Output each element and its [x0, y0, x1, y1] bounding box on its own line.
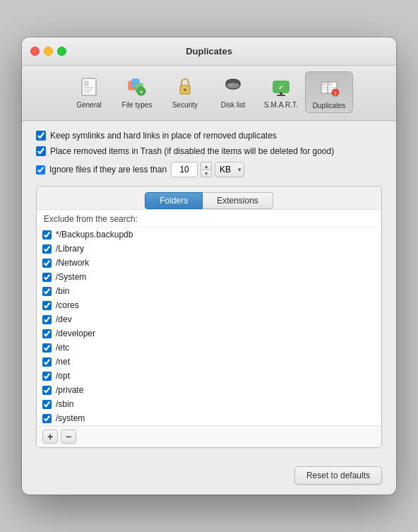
security-icon: [172, 74, 198, 100]
stepper-down-button[interactable]: ▼: [201, 170, 212, 177]
remove-item-button[interactable]: −: [61, 430, 76, 444]
toolbar-file-types-label: File types: [122, 101, 153, 109]
reset-defaults-button[interactable]: Reset to defaults: [294, 466, 382, 485]
list-scroll[interactable]: */Backups.backupdb/Library/Network/Syste…: [37, 227, 381, 425]
tab-buttons: Folders Extensions: [37, 187, 381, 209]
add-item-button[interactable]: +: [42, 430, 58, 444]
list-item: /System: [37, 270, 381, 284]
svg-point-14: [230, 85, 233, 86]
svg-rect-24: [328, 83, 332, 85]
unit-select[interactable]: KB MB GB: [215, 162, 244, 177]
tab-folders[interactable]: Folders: [145, 192, 203, 209]
toolbar-item-general[interactable]: General: [65, 71, 113, 113]
list-label: Exclude from the search:: [37, 210, 381, 227]
symlinks-label: Keep symlinks and hard links in place of…: [50, 131, 277, 141]
list-item: /net: [37, 355, 381, 369]
list-item-checkbox[interactable]: [42, 301, 52, 310]
file-types-icon: +: [124, 74, 150, 100]
symlinks-row: Keep symlinks and hard links in place of…: [36, 131, 382, 141]
svg-text:+: +: [140, 89, 143, 95]
list-item-path: /Library: [56, 244, 84, 254]
toolbar-item-duplicates[interactable]: ! Duplicates: [305, 71, 353, 113]
list-item-checkbox[interactable]: [42, 357, 52, 367]
list-item-path: /opt: [56, 371, 70, 381]
list-item-path: /private: [56, 385, 83, 395]
ignore-row: Ignore files if they are less than ▲ ▼ K…: [36, 162, 382, 177]
list-item: /etc: [37, 341, 381, 355]
minimize-button[interactable]: [44, 47, 53, 56]
stepper-buttons: ▲ ▼: [201, 162, 212, 177]
toolbar-item-disk-list[interactable]: Disk list: [209, 71, 257, 113]
ignore-value-input[interactable]: [171, 162, 198, 177]
traffic-lights: [30, 47, 66, 56]
toolbar-disk-list-label: Disk list: [221, 101, 245, 109]
toolbar-item-file-types[interactable]: + File types: [113, 71, 161, 113]
svg-point-11: [184, 88, 186, 91]
general-icon: [76, 74, 102, 100]
list-item-checkbox[interactable]: [42, 400, 52, 409]
list-item-checkbox[interactable]: [42, 343, 52, 353]
ignore-stepper-group: ▲ ▼ KB MB GB: [171, 162, 244, 177]
list-item-path: /System: [56, 272, 86, 282]
ignore-checkbox[interactable]: [36, 165, 45, 175]
list-item: /private: [37, 383, 381, 397]
titlebar: Duplicates: [22, 37, 396, 66]
list-item-path: /dev: [56, 314, 72, 324]
svg-text:✓: ✓: [278, 84, 284, 91]
list-item: /system: [37, 411, 381, 425]
trash-label: Place removed items in Trash (if disable…: [50, 146, 334, 156]
list-container: Exclude from the search: */Backups.backu…: [37, 209, 381, 447]
list-item-checkbox[interactable]: [42, 273, 52, 282]
stepper-up-button[interactable]: ▲: [201, 162, 212, 170]
toolbar-duplicates-label: Duplicates: [313, 102, 346, 110]
svg-rect-0: [82, 78, 96, 95]
list-item-path: /bin: [56, 286, 69, 296]
list-item: /sbin: [37, 397, 381, 411]
list-item-checkbox[interactable]: [42, 414, 52, 423]
content-area: Keep symlinks and hard links in place of…: [22, 121, 396, 459]
list-item-path: /etc: [56, 343, 69, 353]
main-window: Duplicates General: [22, 37, 396, 495]
svg-rect-17: [280, 93, 282, 95]
list-item-checkbox[interactable]: [42, 315, 52, 324]
list-item: /opt: [37, 369, 381, 383]
toolbar-item-smart[interactable]: ✓ S.M.A.R.T.: [257, 71, 305, 113]
duplicates-icon: !: [316, 75, 342, 100]
list-item-path: /system: [56, 413, 85, 423]
ignore-label: Ignore files if they are less than: [49, 165, 167, 175]
list-item-checkbox[interactable]: [42, 386, 52, 395]
svg-rect-20: [322, 83, 326, 85]
list-item: /Network: [37, 256, 381, 270]
svg-rect-1: [84, 81, 88, 85]
list-item: /developer: [37, 326, 381, 341]
list-item-checkbox[interactable]: [42, 259, 52, 268]
list-item: /cores: [37, 298, 381, 312]
svg-rect-18: [277, 95, 285, 96]
footer: Reset to defaults: [22, 459, 396, 495]
list-item-path: /cores: [56, 300, 79, 310]
close-button[interactable]: [30, 47, 40, 56]
unit-select-wrapper: KB MB GB: [215, 162, 244, 177]
list-item-path: /developer: [56, 329, 95, 338]
toolbar-general-label: General: [76, 101, 102, 109]
list-item: /dev: [37, 312, 381, 326]
list-item-path: /sbin: [56, 399, 73, 409]
trash-row: Place removed items in Trash (if disable…: [36, 146, 382, 156]
toolbar-item-security[interactable]: Security: [161, 71, 209, 113]
list-item: /Library: [37, 242, 381, 256]
list-item-checkbox[interactable]: [42, 372, 52, 381]
list-item-path: /Network: [56, 258, 89, 268]
tabs-area: Folders Extensions Exclude from the sear…: [36, 186, 382, 448]
symlinks-checkbox[interactable]: [36, 131, 46, 141]
list-item-checkbox[interactable]: [42, 230, 52, 240]
list-item-checkbox[interactable]: [42, 244, 52, 254]
list-item-checkbox[interactable]: [42, 329, 52, 338]
trash-checkbox[interactable]: [36, 146, 46, 156]
maximize-button[interactable]: [57, 47, 66, 56]
tab-extensions[interactable]: Extensions: [203, 192, 273, 209]
list-item-checkbox[interactable]: [42, 287, 52, 296]
toolbar-smart-label: S.M.A.R.T.: [264, 101, 298, 109]
window-title: Duplicates: [186, 46, 232, 57]
disk-list-icon: [220, 74, 246, 100]
list-item-path: */Backups.backupdb: [56, 230, 133, 240]
